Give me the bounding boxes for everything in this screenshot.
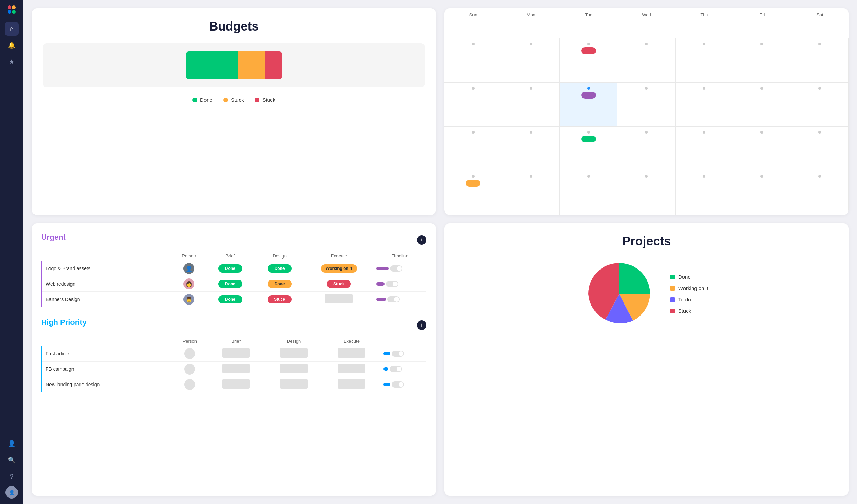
cal-cell-r3c5 <box>676 127 733 171</box>
user-avatar[interactable]: 👤 <box>5 486 18 499</box>
cal-cell-r1c5 <box>676 38 733 82</box>
cal-dot <box>587 131 590 134</box>
cal-cell-r3c6 <box>733 127 791 171</box>
status-empty <box>280 379 308 389</box>
high-priority-title: High Priority <box>41 318 87 327</box>
search-icon[interactable]: 🔍 <box>5 453 19 467</box>
cal-cell-r4c7 <box>791 171 849 215</box>
task-design-landing <box>265 377 323 392</box>
high-col-design: Design <box>265 336 323 346</box>
status-badge[interactable]: Done <box>218 264 242 273</box>
task-timeline-banners <box>374 292 426 307</box>
task-timeline-first <box>381 346 426 362</box>
timeline-bar-blue <box>383 352 390 355</box>
person-placeholder <box>184 348 195 359</box>
sidebar: ⌂ 🔔 ★ 👤 🔍 ? 👤 <box>0 0 23 504</box>
timeline-bar <box>376 298 386 301</box>
cal-dot <box>645 131 648 134</box>
urgent-table: Person Brief Design Execute Timeline Log… <box>41 251 426 307</box>
high-priority-add-button[interactable]: + <box>417 320 426 330</box>
cal-header-sun: Sun <box>444 8 502 38</box>
budget-chart-wrapper <box>43 43 425 87</box>
task-execute-first <box>323 346 380 362</box>
status-badge[interactable]: Stuck <box>327 280 351 288</box>
budgets-title: Budgets <box>43 19 425 34</box>
urgent-add-button[interactable]: + <box>417 235 426 245</box>
status-badge[interactable]: Done <box>268 280 292 288</box>
cal-dot <box>472 131 475 134</box>
cal-cell-r1c1 <box>444 38 502 82</box>
status-empty <box>280 348 308 358</box>
high-priority-table: Person Brief Design Execute First articl… <box>41 336 426 392</box>
table-row: Logo & Brand assets 👤 Done Done Working … <box>42 261 427 276</box>
projects-card: Projects Done <box>444 223 849 496</box>
task-execute-logo: Working on it <box>304 261 374 276</box>
toggle[interactable] <box>390 265 402 272</box>
status-empty <box>338 379 365 389</box>
timeline-cell <box>383 381 424 388</box>
toggle[interactable] <box>387 296 400 302</box>
cal-dot <box>530 43 532 45</box>
cal-cell-r2c7 <box>791 83 849 127</box>
todo-label: To do <box>678 297 691 302</box>
high-col-execute: Execute <box>323 336 380 346</box>
task-person-banners: 👨 <box>172 292 205 307</box>
toggle[interactable] <box>392 381 404 388</box>
cal-dot <box>530 131 532 134</box>
cal-cell-r4c3 <box>560 171 617 215</box>
task-person-web: 👩 <box>172 276 205 292</box>
timeline-cell <box>376 296 424 302</box>
user-add-icon[interactable]: 👤 <box>5 437 19 450</box>
cal-dot <box>645 43 648 45</box>
urgent-col-name <box>42 251 173 261</box>
bell-icon[interactable]: 🔔 <box>5 38 19 52</box>
cal-dot <box>530 87 532 90</box>
status-badge[interactable]: Done <box>218 295 242 303</box>
cal-dot <box>645 87 648 90</box>
cal-cell-r3c1 <box>444 127 502 171</box>
table-row: Web redesign 👩 Done Done Stuck <box>42 276 427 292</box>
cal-cell-r4c5 <box>676 171 733 215</box>
cal-dot <box>760 175 763 178</box>
task-brief-banners: Done <box>205 292 255 307</box>
avatar: 👩 <box>183 278 194 289</box>
cal-cell-r2c4 <box>617 83 675 127</box>
star-icon[interactable]: ★ <box>5 55 19 69</box>
high-col-name <box>42 336 173 346</box>
status-badge[interactable]: Done <box>218 280 242 288</box>
urgent-col-design: Design <box>255 251 304 261</box>
task-person-landing <box>172 377 207 392</box>
task-design-web: Done <box>255 276 304 292</box>
toggle[interactable] <box>386 281 398 287</box>
timeline-cell <box>383 351 424 357</box>
cal-cell-r1c7 <box>791 38 849 82</box>
cal-dot <box>587 43 590 45</box>
person-placeholder <box>184 364 195 375</box>
task-brief-first <box>207 346 265 362</box>
status-empty <box>222 364 250 373</box>
task-timeline-logo <box>374 261 426 276</box>
urgent-col-brief: Brief <box>205 251 255 261</box>
toggle[interactable] <box>392 351 404 357</box>
help-icon[interactable]: ? <box>5 470 19 483</box>
cal-dot <box>703 175 705 178</box>
app-logo[interactable] <box>8 5 16 14</box>
status-badge[interactable]: Stuck <box>268 295 292 303</box>
task-timeline-fb <box>381 362 426 377</box>
cal-dot <box>530 175 532 178</box>
task-design-fb <box>265 362 323 377</box>
task-design-banners: Stuck <box>255 292 304 307</box>
status-badge[interactable]: Working on it <box>321 264 357 273</box>
toggle[interactable] <box>390 366 402 372</box>
calendar-grid: Sun Mon Tue Wed Thu Fri Sat <box>444 8 849 215</box>
cal-cell-r1c6 <box>733 38 791 82</box>
timeline-bar <box>376 267 389 270</box>
task-execute-web: Stuck <box>304 276 374 292</box>
pie-chart <box>585 260 654 328</box>
timeline-cell <box>376 281 424 287</box>
cal-cell-r1c2 <box>502 38 560 82</box>
budget-legend: Done Stuck Stuck <box>43 97 425 103</box>
home-icon[interactable]: ⌂ <box>5 22 19 36</box>
status-badge[interactable]: Done <box>268 264 292 273</box>
task-name-logo: Logo & Brand assets <box>42 261 173 276</box>
